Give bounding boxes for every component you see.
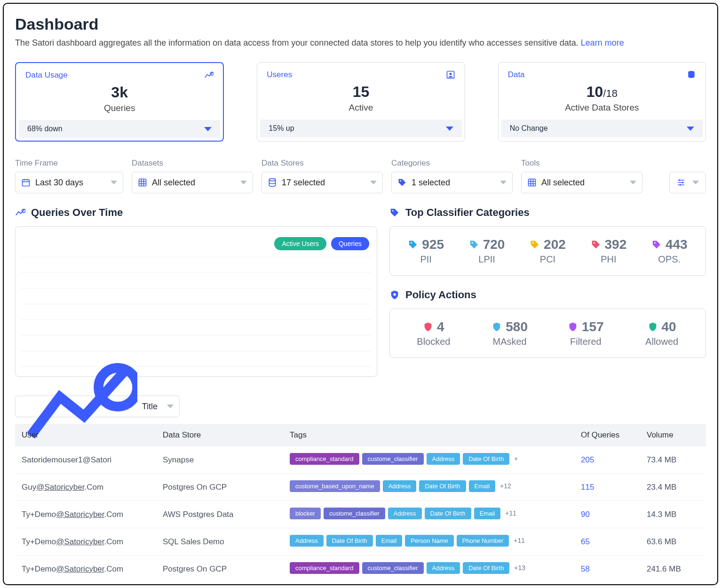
top-classifiers-card: 925PII720LPII202PCI392PHI443OPS. — [389, 226, 706, 276]
kpi-change-select[interactable]: 68% down — [19, 120, 220, 138]
filter-categories[interactable]: 1 selected — [391, 172, 513, 193]
svg-point-6 — [269, 179, 275, 181]
kpi-value: 3k — [16, 84, 223, 101]
cell-queries[interactable]: 65 — [574, 528, 640, 556]
tag-chip[interactable]: custome_classifier — [362, 562, 424, 574]
tag-chip[interactable]: blocker — [290, 508, 321, 519]
tags-more[interactable]: +11 — [505, 509, 516, 517]
tag-icon — [389, 207, 400, 218]
kpi-data-usage[interactable]: Data Usage 3k Queries 68% down — [15, 62, 224, 142]
filter-settings-button[interactable] — [669, 172, 706, 193]
svg-point-17 — [593, 242, 594, 244]
kpi-value: 15 — [257, 83, 464, 101]
policy-filtered[interactable]: 157Filtered — [562, 319, 609, 347]
tag-chip[interactable]: Date Of Birth — [425, 508, 471, 519]
cell-tags: compliance_standardcustome_classifierAdd… — [283, 446, 574, 474]
tag-chip[interactable]: compliance_standard — [290, 562, 359, 574]
cell-queries[interactable]: 90 — [574, 501, 640, 528]
classifier-pii[interactable]: 925PII — [403, 237, 450, 265]
filter-label-time: Time Frame — [15, 159, 123, 168]
table-row[interactable]: Ty+Demo@Satoricyber.ComPostgres On GCPco… — [15, 556, 706, 583]
kpi-change-select[interactable]: 15% up — [260, 119, 461, 137]
tag-chip[interactable]: Phone Number — [457, 535, 509, 547]
tag-chip[interactable]: Address — [388, 508, 422, 519]
cell-datastore: Postgres On GCP — [156, 474, 283, 501]
tag-chip[interactable]: custome_classifier — [324, 508, 385, 519]
tag-chip[interactable]: Person Name — [405, 535, 453, 547]
trend-icon — [204, 71, 214, 80]
tag-chip[interactable]: Address — [427, 453, 460, 465]
filter-tools[interactable]: All selected — [521, 172, 642, 193]
kpi-data[interactable]: Data 10/18 Active Data Stores No Change — [498, 62, 706, 142]
chevron-down-icon — [204, 127, 212, 131]
classifier-pci[interactable]: 202PCI — [524, 237, 571, 265]
tag-chip[interactable]: Address — [290, 535, 324, 547]
cell-datastore: Synapse — [156, 446, 283, 474]
svg-point-16 — [532, 242, 534, 244]
filter-datasets[interactable]: All selected — [132, 172, 253, 193]
table-row[interactable]: Guy@Satoricyber.ComPostgres On GCPcustom… — [15, 474, 706, 501]
classifier-lpii[interactable]: 720LPII — [463, 237, 510, 265]
classifier-phi[interactable]: 392PHI — [585, 237, 632, 265]
chevron-down-icon — [500, 181, 507, 184]
tags-more[interactable]: +12 — [500, 482, 511, 490]
kpi-users[interactable]: Useres 15 Active 15% up — [257, 62, 465, 142]
policy-masked[interactable]: 580MAsked — [486, 319, 533, 347]
tag-chip[interactable]: Date Of Birth — [463, 453, 509, 465]
tag-chip[interactable]: Date Of Birth — [463, 562, 509, 574]
cell-volume: 14.3 MB — [640, 501, 706, 528]
tag-chip[interactable]: custome_based_upon_name — [290, 480, 380, 492]
tag-chip[interactable]: Address — [383, 480, 417, 492]
policy-blocked[interactable]: 4Blocked — [410, 319, 457, 347]
policy-actions-card: 4Blocked580MAsked157Filtered40Allowed — [389, 309, 706, 358]
tags-more[interactable]: + — [514, 455, 518, 462]
section-title: Top Classifier Categories — [405, 207, 530, 219]
table-row[interactable]: Ty+Demo@Satoricyber.ComAWS Postgres Data… — [15, 501, 706, 528]
cell-queries[interactable]: 115 — [574, 474, 640, 501]
svg-point-19 — [393, 293, 396, 296]
legend-queries[interactable]: Queries — [331, 237, 369, 250]
chevron-down-icon — [167, 405, 174, 408]
filter-time[interactable]: Last 30 days — [15, 172, 123, 193]
trend-icon — [21, 349, 137, 465]
tag-icon — [397, 178, 407, 187]
chevron-down-icon — [370, 181, 377, 184]
col-queries[interactable]: Of Queries — [574, 424, 640, 446]
tag-chip[interactable]: Email — [474, 508, 501, 519]
kpi-change-select[interactable]: No Change — [501, 119, 703, 137]
filter-datastores[interactable]: 17 selected — [261, 172, 383, 193]
tag-chip[interactable]: custome_classifier — [362, 453, 424, 465]
col-volume[interactable]: Volume — [640, 424, 706, 446]
chevron-down-icon — [687, 127, 694, 131]
cell-queries[interactable]: 58 — [574, 556, 640, 583]
cell-queries[interactable]: 205 — [574, 446, 640, 474]
filter-label-tools: Tools — [521, 159, 642, 168]
svg-point-14 — [411, 242, 412, 244]
database-icon — [687, 70, 696, 79]
tag-chip[interactable]: Date Of Birth — [326, 535, 373, 547]
learn-more-link[interactable]: Learn more — [581, 38, 624, 48]
col-tags[interactable]: Tags — [283, 424, 574, 446]
tag-chip[interactable]: Date Of Birth — [419, 480, 466, 492]
tags-more[interactable]: +11 — [514, 537, 525, 544]
svg-point-11 — [680, 184, 681, 185]
table-row[interactable]: Ty+Demo@Satoricyber.ComSQL Sales DemoAdd… — [15, 528, 706, 556]
col-datastore[interactable]: Data Store — [156, 424, 283, 446]
tag-chip[interactable]: Address — [427, 562, 460, 574]
table-title-select[interactable]: Title — [15, 396, 180, 417]
svg-point-9 — [679, 179, 680, 181]
classifier-ops[interactable]: 443OPS. — [646, 237, 693, 265]
cell-tags: custome_based_upon_nameAddressDate Of Bi… — [283, 474, 574, 501]
tag-chip[interactable]: compliance_standard — [290, 453, 359, 465]
shield-search-icon — [389, 290, 400, 300]
tags-more[interactable]: +13 — [514, 564, 525, 572]
tag-chip[interactable]: Email — [376, 535, 403, 547]
sliders-icon — [676, 178, 686, 187]
tag-chip[interactable]: Email — [469, 480, 496, 492]
legend-active-users[interactable]: Active Users — [274, 237, 326, 250]
policy-allowed[interactable]: 40Allowed — [638, 319, 685, 347]
svg-rect-8 — [529, 179, 536, 186]
kpi-sub: Active Data Stores — [499, 103, 705, 113]
chevron-down-icon — [240, 181, 247, 184]
page-subtitle: The Satori dashboard aggregates all the … — [15, 38, 706, 48]
